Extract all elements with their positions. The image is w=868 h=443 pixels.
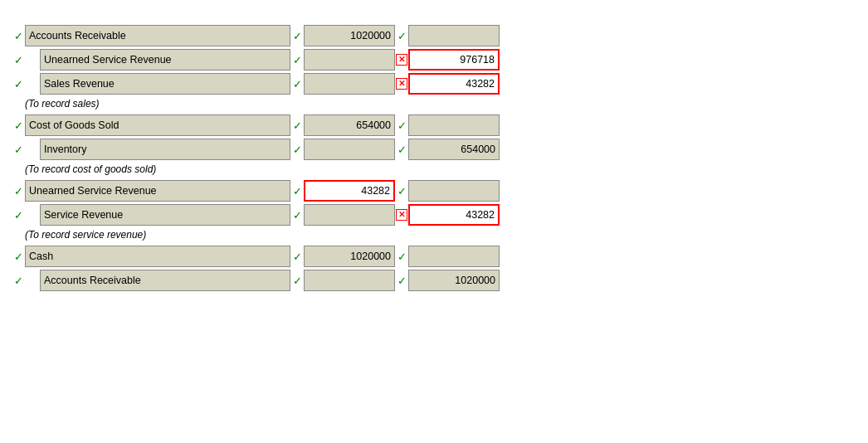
- check-cell-r9[interactable]: ✓: [12, 275, 25, 286]
- check-cell-r3[interactable]: ✓: [12, 79, 25, 90]
- credit-input-r8[interactable]: [408, 246, 500, 267]
- checkmark3-icon-r8: ✓: [397, 251, 407, 262]
- x-icon-r2: ✕: [396, 54, 407, 66]
- check-cell3-r2[interactable]: ✕: [395, 54, 408, 66]
- check-cell2-r9[interactable]: ✓: [290, 275, 304, 286]
- credit-input-r6[interactable]: [408, 180, 500, 202]
- checkmark-icon-r5: ✓: [14, 144, 23, 155]
- checkmark-icon-r7: ✓: [14, 210, 23, 221]
- account-input-r1[interactable]: [25, 25, 290, 46]
- checkmark3-icon-r6: ✓: [397, 186, 407, 197]
- check-cell3-r5[interactable]: ✓: [395, 144, 408, 155]
- debit-input-r1[interactable]: [304, 25, 395, 46]
- check-cell2-r6[interactable]: ✓: [290, 186, 304, 197]
- check-cell2-r5[interactable]: ✓: [290, 144, 304, 155]
- check-cell-r1[interactable]: ✓: [12, 31, 25, 41]
- checkmark2-icon-r9: ✓: [293, 275, 302, 286]
- checkmark3-icon-r4: ✓: [397, 120, 407, 131]
- check-cell2-r8[interactable]: ✓: [290, 251, 304, 262]
- entry-row-r2: ✓✓✕: [12, 49, 856, 71]
- check-cell-r6[interactable]: ✓: [12, 186, 25, 197]
- entry-row-r7: ✓✓✕: [12, 204, 856, 226]
- section-note-section2: (To record cost of goods sold): [25, 163, 856, 175]
- account-input-r5[interactable]: [40, 139, 290, 160]
- account-input-r2[interactable]: [40, 49, 290, 71]
- entry-row-r4: ✓✓✓: [12, 114, 856, 136]
- account-input-r8[interactable]: [25, 246, 290, 267]
- credit-input-r4[interactable]: [408, 114, 500, 136]
- check-cell2-r2[interactable]: ✓: [290, 55, 304, 66]
- checkmark-icon-r6: ✓: [14, 186, 23, 197]
- entry-row-r5: ✓✓✓: [12, 139, 856, 160]
- debit-input-r4[interactable]: [304, 114, 395, 136]
- entry-row-r8: ✓✓✓: [12, 246, 856, 267]
- credit-input-r5[interactable]: [408, 139, 500, 160]
- credit-input-r1[interactable]: [408, 25, 500, 46]
- entry-row-r3: ✓✓✕: [12, 73, 856, 95]
- check-cell3-r1[interactable]: ✓: [395, 31, 408, 41]
- debit-input-r5[interactable]: [304, 139, 395, 160]
- checkmark2-icon-r8: ✓: [293, 251, 302, 262]
- checkmark-icon-r3: ✓: [14, 79, 23, 90]
- checkmark2-icon-r2: ✓: [293, 55, 302, 66]
- account-input-r9[interactable]: [40, 270, 290, 291]
- entry-row-r9: ✓✓✓: [12, 270, 856, 291]
- journal-section-section3: ✓✓✓✓✓✕(To record service revenue): [12, 180, 856, 241]
- check-cell2-r4[interactable]: ✓: [290, 120, 304, 131]
- checkmark3-icon-r9: ✓: [397, 275, 407, 286]
- check-cell3-r6[interactable]: ✓: [395, 186, 408, 197]
- journal-section-section4: ✓✓✓✓✓✓: [12, 246, 856, 291]
- credit-input-r9[interactable]: [408, 270, 500, 291]
- debit-input-r7[interactable]: [304, 204, 395, 226]
- check-cell3-r9[interactable]: ✓: [395, 275, 408, 286]
- debit-input-r9[interactable]: [304, 270, 395, 291]
- check-cell2-r7[interactable]: ✓: [290, 210, 304, 221]
- check-cell-r4[interactable]: ✓: [12, 120, 25, 131]
- entry-row-r6: ✓✓✓: [12, 180, 856, 202]
- debit-input-r2[interactable]: [304, 49, 395, 71]
- checkmark2-icon-r1: ✓: [293, 31, 302, 41]
- journal-section-section1: ✓✓✓✓✓✕✓✓✕(To record sales): [12, 25, 856, 110]
- check-cell-r8[interactable]: ✓: [12, 251, 25, 262]
- check-cell3-r3[interactable]: ✕: [395, 78, 408, 90]
- credit-input-r7[interactable]: [408, 204, 500, 226]
- checkmark3-icon-r5: ✓: [397, 144, 407, 155]
- check-cell3-r8[interactable]: ✓: [395, 251, 408, 262]
- checkmark-icon-r1: ✓: [14, 31, 23, 41]
- account-input-r7[interactable]: [40, 204, 290, 226]
- credit-input-r3[interactable]: [408, 73, 500, 95]
- debit-input-r8[interactable]: [304, 246, 395, 267]
- section-note-section1: (To record sales): [25, 98, 856, 110]
- checkmark-icon-r9: ✓: [14, 275, 23, 286]
- check-cell2-r1[interactable]: ✓: [290, 31, 304, 41]
- section-note-section3: (To record service revenue): [25, 229, 856, 241]
- checkmark-icon-r8: ✓: [14, 251, 23, 262]
- checkmark2-icon-r5: ✓: [293, 144, 302, 155]
- checkmark2-icon-r4: ✓: [293, 120, 302, 131]
- checkmark2-icon-r3: ✓: [293, 79, 302, 90]
- check-cell-r2[interactable]: ✓: [12, 55, 25, 66]
- account-input-r6[interactable]: [25, 180, 290, 202]
- x-icon-r3: ✕: [396, 78, 407, 90]
- check-cell3-r7[interactable]: ✕: [395, 209, 408, 221]
- x-icon-r7: ✕: [396, 209, 407, 221]
- check-cell-r5[interactable]: ✓: [12, 144, 25, 155]
- journal-section-section2: ✓✓✓✓✓✓(To record cost of goods sold): [12, 114, 856, 175]
- checkmark2-icon-r7: ✓: [293, 210, 302, 221]
- credit-input-r2[interactable]: [408, 49, 500, 71]
- checkmark2-icon-r6: ✓: [293, 186, 302, 197]
- check-cell2-r3[interactable]: ✓: [290, 79, 304, 90]
- account-input-r4[interactable]: [25, 114, 290, 136]
- journal-entries: ✓✓✓✓✓✕✓✓✕(To record sales)✓✓✓✓✓✓(To reco…: [12, 25, 856, 291]
- check-cell3-r4[interactable]: ✓: [395, 120, 408, 131]
- account-input-r3[interactable]: [40, 73, 290, 95]
- check-cell-r7[interactable]: ✓: [12, 210, 25, 221]
- entry-row-r1: ✓✓✓: [12, 25, 856, 46]
- debit-input-r3[interactable]: [304, 73, 395, 95]
- checkmark-icon-r4: ✓: [14, 120, 23, 131]
- debit-input-r6[interactable]: [304, 180, 395, 202]
- checkmark3-icon-r1: ✓: [397, 31, 407, 41]
- checkmark-icon-r2: ✓: [14, 55, 23, 66]
